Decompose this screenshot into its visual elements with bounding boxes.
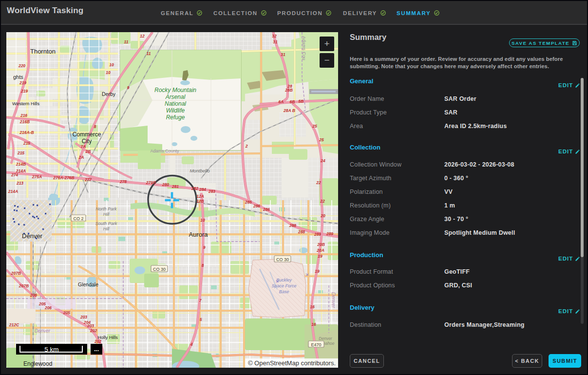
svg-text:11: 11 [147, 51, 151, 56]
svg-text:289: 289 [326, 231, 333, 236]
svg-text:206: 206 [44, 305, 52, 310]
svg-text:Derby: Derby [102, 91, 116, 97]
svg-text:276A-276B: 276A-276B [53, 175, 74, 180]
svg-text:28A B: 28A B [283, 108, 295, 113]
svg-text:203: 203 [80, 315, 87, 319]
svg-text:Buckley: Buckley [276, 278, 292, 282]
svg-text:32: 32 [272, 34, 277, 38]
svg-text:16: 16 [310, 304, 315, 309]
svg-text:289: 289 [314, 232, 321, 237]
svg-text:CO 30: CO 30 [276, 257, 289, 262]
svg-text:Glendale: Glendale [78, 281, 98, 287]
svg-text:2B: 2B [85, 149, 91, 154]
svg-text:278: 278 [119, 179, 127, 184]
svg-text:Space Force: Space Force [271, 283, 296, 288]
svg-text:Denver: Denver [22, 232, 43, 240]
svg-text:275A: 275A [32, 174, 42, 179]
svg-text:Rocky Mountain: Rocky Mountain [154, 87, 196, 94]
svg-text:Denver: Denver [35, 328, 51, 334]
svg-text:205: 205 [63, 310, 70, 315]
svg-text:281: 281 [171, 184, 179, 189]
svg-text:16: 16 [311, 322, 316, 327]
svg-text:203: 203 [87, 323, 94, 328]
svg-text:22: 22 [316, 180, 321, 185]
svg-text:6A: 6A [279, 99, 284, 104]
svg-text:22: 22 [320, 199, 325, 204]
svg-text:215: 215 [17, 150, 24, 155]
svg-text:12A: 12A [196, 194, 204, 199]
svg-text:North Park: North Park [95, 206, 117, 211]
svg-text:207B: 207B [19, 283, 29, 288]
svg-text:Denver: Denver [319, 336, 333, 341]
svg-text:214B: 214B [16, 162, 26, 167]
svg-text:286: 286 [263, 207, 270, 212]
svg-text:National: National [165, 100, 186, 107]
svg-text:25: 25 [312, 124, 317, 129]
svg-text:277: 277 [84, 177, 92, 182]
svg-text:280: 280 [162, 182, 169, 187]
svg-text:Montbello: Montbello [190, 168, 209, 173]
svg-text:219: 219 [20, 89, 28, 94]
svg-text:10: 10 [106, 70, 111, 75]
svg-text:Hill: Hill [103, 212, 110, 217]
svg-text:25: 25 [319, 137, 324, 142]
svg-text:South Park: South Park [95, 221, 117, 226]
svg-text:31: 31 [273, 39, 278, 44]
svg-text:285: 285 [245, 200, 252, 205]
svg-text:Wildlife: Wildlife [166, 107, 185, 114]
svg-text:11: 11 [124, 39, 129, 44]
svg-text:Adams Cou: Adams Cou [302, 36, 307, 60]
svg-text:274: 274 [11, 172, 18, 177]
svg-text:CO 30: CO 30 [153, 267, 166, 272]
svg-text:ghts: ghts [13, 74, 23, 80]
svg-text:279B: 279B [146, 180, 156, 185]
svg-text:Thornton: Thornton [30, 48, 56, 55]
svg-text:28B: 28B [285, 88, 293, 93]
svg-text:214A: 214A [8, 189, 18, 194]
svg-text:2: 2 [245, 144, 248, 149]
svg-text:284: 284 [199, 187, 206, 192]
svg-text:Base: Base [279, 289, 289, 294]
svg-text:CO 2: CO 2 [73, 216, 83, 221]
svg-text:202: 202 [94, 339, 101, 344]
svg-text:24: 24 [320, 158, 325, 163]
svg-text:Adams County: Adams County [150, 149, 179, 153]
svg-text:Commerce: Commerce [73, 131, 101, 138]
svg-text:Denver: Denver [331, 292, 336, 308]
svg-text:19: 19 [315, 269, 320, 274]
svg-text:31: 31 [281, 52, 285, 57]
svg-text:20B: 20B [317, 242, 325, 247]
svg-text:219: 219 [19, 80, 26, 85]
svg-text:282: 282 [191, 186, 198, 191]
svg-text:Englewood: Englewood [23, 360, 52, 367]
svg-text:12: 12 [140, 34, 145, 38]
svg-text:Aurora: Aurora [189, 231, 208, 238]
svg-text:216A-B: 216A-B [19, 130, 34, 135]
svg-text:12B: 12B [196, 199, 204, 204]
svg-text:City: City [82, 138, 92, 145]
svg-text:8: 8 [94, 124, 96, 129]
svg-text:20A: 20A [316, 248, 324, 253]
svg-text:10: 10 [109, 62, 114, 67]
svg-text:216B: 216B [19, 119, 30, 124]
svg-text:6B: 6B [290, 99, 295, 104]
svg-text:283: 283 [208, 189, 215, 194]
svg-text:Arsenal: Arsenal [165, 94, 186, 100]
svg-text:4: 4 [190, 342, 193, 347]
svg-text:206: 206 [30, 293, 37, 298]
svg-text:288: 288 [289, 223, 296, 228]
svg-text:9: 9 [127, 85, 130, 90]
svg-text:5: 5 [200, 317, 202, 322]
svg-text:Hill: Hill [103, 226, 110, 231]
svg-text:220: 220 [18, 63, 25, 68]
svg-text:9: 9 [203, 245, 206, 250]
svg-text:7A: 7A [81, 144, 86, 149]
svg-text:288: 288 [298, 229, 305, 234]
svg-text:10: 10 [200, 218, 205, 223]
svg-text:5B: 5B [299, 99, 304, 104]
svg-text:E470: E470 [311, 342, 321, 347]
svg-text:215: 215 [23, 141, 30, 146]
svg-text:2A: 2A [78, 155, 84, 160]
svg-text:286: 286 [253, 204, 260, 208]
svg-text:202: 202 [90, 328, 97, 333]
